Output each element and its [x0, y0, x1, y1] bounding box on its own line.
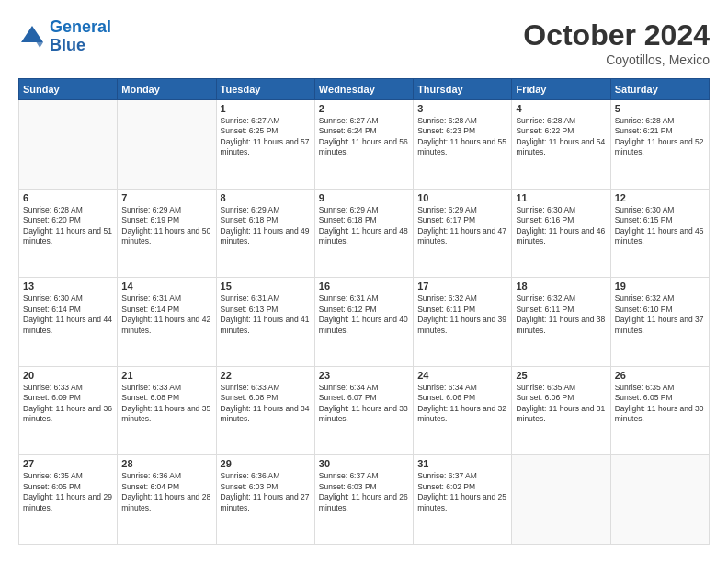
calendar-cell: 31Sunrise: 6:37 AMSunset: 6:02 PMDayligh…: [414, 455, 512, 545]
page: General Blue October 2024 Coyotillos, Me…: [0, 0, 728, 563]
weekday-header-thursday: Thursday: [414, 79, 512, 100]
day-number: 10: [417, 192, 507, 203]
calendar-cell: 16Sunrise: 6:31 AMSunset: 6:12 PMDayligh…: [314, 278, 413, 367]
calendar-cell: 21Sunrise: 6:33 AMSunset: 6:08 PMDayligh…: [118, 366, 216, 455]
calendar-cell: 15Sunrise: 6:31 AMSunset: 6:13 PMDayligh…: [216, 278, 314, 367]
logo-icon: [18, 23, 46, 51]
day-info: Sunrise: 6:36 AMSunset: 6:04 PMDaylight:…: [121, 471, 211, 513]
day-number: 15: [221, 281, 311, 292]
day-info: Sunrise: 6:27 AMSunset: 6:25 PMDaylight:…: [221, 116, 311, 158]
day-info: Sunrise: 6:28 AMSunset: 6:20 PMDaylight:…: [23, 205, 113, 247]
calendar-week-1: 6Sunrise: 6:28 AMSunset: 6:20 PMDaylight…: [19, 189, 710, 278]
day-info: Sunrise: 6:35 AMSunset: 6:05 PMDaylight:…: [615, 383, 705, 425]
day-number: 30: [319, 458, 409, 469]
logo-text: General Blue: [50, 18, 111, 55]
calendar-cell: [19, 100, 118, 190]
day-number: 1: [221, 103, 311, 114]
calendar-cell: 19Sunrise: 6:32 AMSunset: 6:10 PMDayligh…: [610, 278, 709, 367]
weekday-header-tuesday: Tuesday: [216, 79, 314, 100]
calendar-cell: 1Sunrise: 6:27 AMSunset: 6:25 PMDaylight…: [216, 100, 314, 190]
calendar-cell: 29Sunrise: 6:36 AMSunset: 6:03 PMDayligh…: [216, 455, 314, 545]
day-info: Sunrise: 6:28 AMSunset: 6:22 PMDaylight:…: [516, 116, 606, 158]
day-info: Sunrise: 6:30 AMSunset: 6:15 PMDaylight:…: [615, 205, 705, 247]
weekday-header-row: SundayMondayTuesdayWednesdayThursdayFrid…: [19, 79, 710, 100]
weekday-header-saturday: Saturday: [610, 79, 709, 100]
day-number: 8: [221, 192, 311, 203]
day-number: 3: [417, 103, 507, 114]
day-number: 27: [23, 458, 113, 469]
calendar-cell: 25Sunrise: 6:35 AMSunset: 6:06 PMDayligh…: [512, 366, 610, 455]
location-subtitle: Coyotillos, Mexico: [523, 52, 710, 67]
day-info: Sunrise: 6:29 AMSunset: 6:18 PMDaylight:…: [221, 205, 311, 247]
calendar-week-3: 20Sunrise: 6:33 AMSunset: 6:09 PMDayligh…: [19, 366, 710, 455]
day-info: Sunrise: 6:33 AMSunset: 6:08 PMDaylight:…: [221, 383, 311, 425]
calendar-cell: [512, 455, 610, 545]
title-block: October 2024 Coyotillos, Mexico: [523, 18, 710, 67]
calendar-week-0: 1Sunrise: 6:27 AMSunset: 6:25 PMDaylight…: [19, 100, 710, 190]
calendar-cell: 7Sunrise: 6:29 AMSunset: 6:19 PMDaylight…: [118, 189, 216, 278]
calendar-cell: 2Sunrise: 6:27 AMSunset: 6:24 PMDaylight…: [314, 100, 413, 190]
day-number: 29: [221, 458, 311, 469]
day-number: 12: [615, 192, 705, 203]
day-info: Sunrise: 6:34 AMSunset: 6:07 PMDaylight:…: [319, 383, 409, 425]
svg-marker-1: [37, 42, 44, 48]
calendar-cell: 8Sunrise: 6:29 AMSunset: 6:18 PMDaylight…: [216, 189, 314, 278]
logo-line1: General: [50, 17, 111, 36]
day-info: Sunrise: 6:29 AMSunset: 6:17 PMDaylight:…: [417, 205, 507, 247]
day-info: Sunrise: 6:32 AMSunset: 6:11 PMDaylight:…: [516, 293, 606, 336]
calendar-cell: 4Sunrise: 6:28 AMSunset: 6:22 PMDaylight…: [512, 100, 610, 190]
calendar-cell: 5Sunrise: 6:28 AMSunset: 6:21 PMDaylight…: [610, 100, 709, 190]
calendar-cell: 20Sunrise: 6:33 AMSunset: 6:09 PMDayligh…: [19, 366, 118, 455]
day-number: 21: [121, 370, 211, 381]
calendar-cell: 26Sunrise: 6:35 AMSunset: 6:05 PMDayligh…: [610, 366, 709, 455]
weekday-header-sunday: Sunday: [19, 79, 118, 100]
day-info: Sunrise: 6:32 AMSunset: 6:10 PMDaylight:…: [615, 293, 705, 336]
calendar-week-2: 13Sunrise: 6:30 AMSunset: 6:14 PMDayligh…: [19, 278, 710, 367]
day-info: Sunrise: 6:29 AMSunset: 6:19 PMDaylight:…: [121, 205, 211, 247]
day-info: Sunrise: 6:30 AMSunset: 6:16 PMDaylight:…: [516, 205, 606, 247]
calendar-cell: 23Sunrise: 6:34 AMSunset: 6:07 PMDayligh…: [314, 366, 413, 455]
logo: General Blue: [18, 18, 111, 55]
day-info: Sunrise: 6:37 AMSunset: 6:03 PMDaylight:…: [319, 471, 409, 513]
day-number: 17: [417, 281, 507, 292]
logo-line2: Blue: [50, 36, 85, 54]
calendar-cell: 3Sunrise: 6:28 AMSunset: 6:23 PMDaylight…: [414, 100, 512, 190]
day-info: Sunrise: 6:35 AMSunset: 6:05 PMDaylight:…: [23, 471, 113, 513]
day-number: 11: [516, 192, 606, 203]
day-number: 16: [319, 281, 409, 292]
calendar-cell: [118, 100, 216, 190]
day-number: 7: [121, 192, 211, 203]
calendar-cell: 10Sunrise: 6:29 AMSunset: 6:17 PMDayligh…: [414, 189, 512, 278]
day-info: Sunrise: 6:31 AMSunset: 6:12 PMDaylight:…: [319, 293, 409, 336]
calendar-cell: 18Sunrise: 6:32 AMSunset: 6:11 PMDayligh…: [512, 278, 610, 367]
calendar-table: SundayMondayTuesdayWednesdayThursdayFrid…: [18, 78, 710, 545]
calendar-cell: [610, 455, 709, 545]
day-number: 26: [615, 370, 705, 381]
svg-marker-0: [21, 26, 43, 42]
day-number: 20: [23, 370, 113, 381]
day-number: 5: [615, 103, 705, 114]
day-info: Sunrise: 6:31 AMSunset: 6:14 PMDaylight:…: [121, 293, 211, 336]
weekday-header-monday: Monday: [118, 79, 216, 100]
day-number: 18: [516, 281, 606, 292]
day-info: Sunrise: 6:28 AMSunset: 6:21 PMDaylight:…: [615, 116, 705, 158]
calendar-cell: 6Sunrise: 6:28 AMSunset: 6:20 PMDaylight…: [19, 189, 118, 278]
day-info: Sunrise: 6:37 AMSunset: 6:02 PMDaylight:…: [417, 471, 507, 513]
day-info: Sunrise: 6:31 AMSunset: 6:13 PMDaylight:…: [221, 293, 311, 336]
weekday-header-wednesday: Wednesday: [314, 79, 413, 100]
calendar-cell: 28Sunrise: 6:36 AMSunset: 6:04 PMDayligh…: [118, 455, 216, 545]
calendar-cell: 30Sunrise: 6:37 AMSunset: 6:03 PMDayligh…: [314, 455, 413, 545]
calendar-cell: 13Sunrise: 6:30 AMSunset: 6:14 PMDayligh…: [19, 278, 118, 367]
calendar-cell: 22Sunrise: 6:33 AMSunset: 6:08 PMDayligh…: [216, 366, 314, 455]
day-info: Sunrise: 6:32 AMSunset: 6:11 PMDaylight:…: [417, 293, 507, 336]
calendar-week-4: 27Sunrise: 6:35 AMSunset: 6:05 PMDayligh…: [19, 455, 710, 545]
day-number: 25: [516, 370, 606, 381]
day-number: 23: [319, 370, 409, 381]
day-info: Sunrise: 6:35 AMSunset: 6:06 PMDaylight:…: [516, 383, 606, 425]
day-info: Sunrise: 6:34 AMSunset: 6:06 PMDaylight:…: [417, 383, 507, 425]
day-number: 22: [221, 370, 311, 381]
calendar-cell: 14Sunrise: 6:31 AMSunset: 6:14 PMDayligh…: [118, 278, 216, 367]
day-number: 31: [417, 458, 507, 469]
month-title: October 2024: [523, 18, 710, 52]
day-number: 24: [417, 370, 507, 381]
